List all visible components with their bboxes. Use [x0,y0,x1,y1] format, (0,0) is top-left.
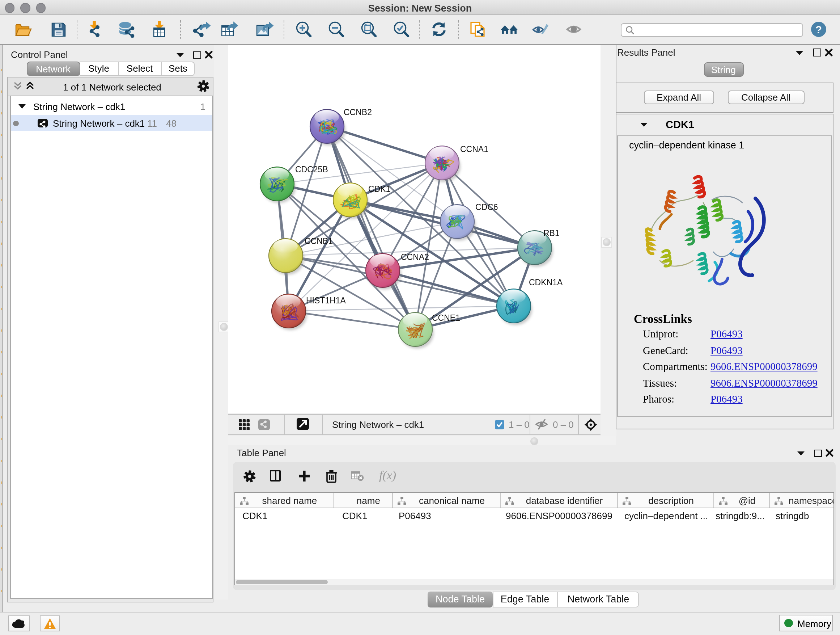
svg-text:CCNB1: CCNB1 [305,236,333,246]
svg-text:RB1: RB1 [543,228,560,238]
svg-text:CDC6: CDC6 [475,203,498,212]
svg-text:CCNA2: CCNA2 [401,252,429,262]
svg-text:?: ? [815,24,822,35]
svg-text:CCNB2: CCNB2 [344,108,372,117]
svg-text:HIST1H1A: HIST1H1A [306,296,346,305]
svg-text:CDK1: CDK1 [368,184,390,194]
svg-text:CDC25B: CDC25B [295,165,328,174]
svg-text:CCNA1: CCNA1 [460,144,488,154]
svg-text:CDKN1A: CDKN1A [529,278,563,287]
svg-text:CCNE1: CCNE1 [432,313,460,323]
